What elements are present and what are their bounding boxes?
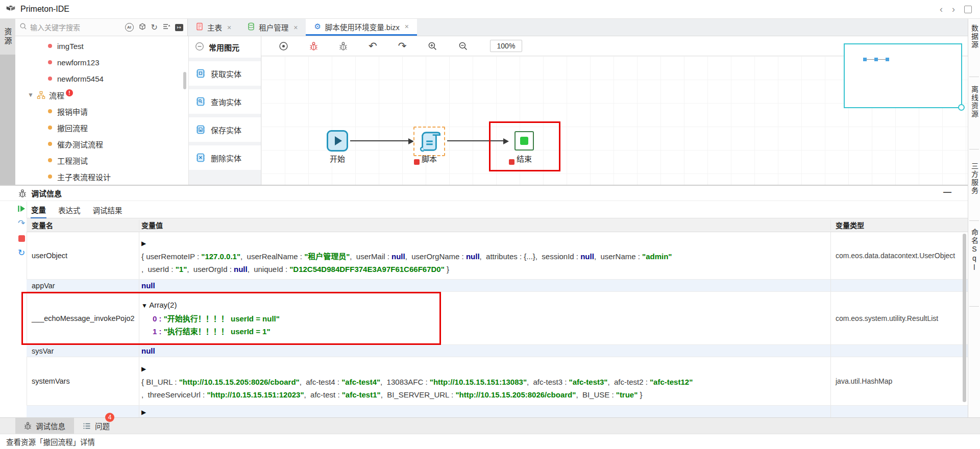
minimize-icon[interactable]: — [943,188,951,197]
tree-item[interactable]: newform123 [15,54,188,70]
restart-icon[interactable]: ↻ [17,248,26,257]
annotation-variable-row [21,292,441,345]
tree-scrollbar[interactable] [183,72,186,89]
tree-folder-process[interactable]: ▼ 流程 ! [15,87,188,103]
play-icon [335,136,342,145]
nav-back-icon[interactable]: ‹ [940,4,943,15]
tree-item-label: 催办测试流程 [57,139,103,149]
undo-icon[interactable]: ↶ [369,41,377,51]
minimap-node [863,58,867,61]
rail-divider [969,149,979,149]
zoom-out-icon[interactable] [458,41,468,51]
script-node-selection[interactable] [413,127,445,156]
table-row[interactable]: systemVars▶{ BI_URL : "http://10.15.15.2… [27,357,968,406]
tree-item[interactable]: imgTest [15,38,188,54]
close-icon[interactable]: × [405,22,409,31]
rail-tab-resources[interactable]: 资源 [0,19,15,55]
flow-connector[interactable] [350,140,412,141]
palette-item-get-entity[interactable]: 获取实体 [189,61,261,86]
tree-item[interactable]: 催办测试流程 [15,136,188,152]
database-icon [248,22,255,32]
zoom-in-icon[interactable] [428,41,437,51]
tab-expressions[interactable]: 表达式 [58,202,81,218]
process-dot-icon [48,174,52,179]
debug-panel-header: 调试信息 [0,186,968,201]
start-node[interactable] [327,130,348,152]
tab-debug-results[interactable]: 调试结果 [92,202,123,218]
collapse-icon[interactable] [195,42,204,53]
layout-icon[interactable] [964,6,972,13]
column-variable-name[interactable]: 变量名 [27,220,139,230]
zoom-level[interactable]: 100% [490,40,523,52]
minimap-resize-handle[interactable] [958,104,965,111]
close-icon[interactable]: × [293,23,298,32]
bottom-tab-debug[interactable]: 调试信息 [15,418,74,434]
rail-tab-named-sql[interactable]: 命名Sql [968,229,980,272]
rail-divider [969,220,979,221]
tab-tenant-management[interactable]: 租户管理 × [239,19,306,36]
tree-item[interactable]: 撤回流程 [15,119,188,136]
palette-item-label: 获取实体 [211,68,241,79]
palette-header[interactable]: 常用图元 [189,36,261,58]
stop-debug-icon[interactable] [17,234,26,243]
redo-icon[interactable]: ↷ [398,41,407,51]
search-bar: AI ↻ ↦ [15,19,188,36]
minimap-node [874,58,878,61]
form-dot-icon [48,77,52,81]
rail-tab-datasource[interactable]: 数据源 [968,24,980,49]
close-icon[interactable]: × [227,23,231,32]
bottom-tab-bar: 调试信息 问题 4 [0,417,980,434]
table-row[interactable]: appVarnull [27,280,968,292]
caret-down-icon[interactable]: ▼ [28,91,34,98]
palette-item-label: 保存实体 [211,124,241,135]
table-row[interactable]: ▶ [27,406,968,418]
palette-item-query-entity[interactable]: 查询实体 [189,89,261,114]
tree-item[interactable]: 主子表流程设计 [15,168,188,185]
refresh-icon[interactable]: ↻ [151,23,158,32]
rail-tab-offline-resources[interactable]: 离线资源 [968,86,980,118]
search-input[interactable] [30,23,125,32]
column-variable-type[interactable]: 变量类型 [831,220,968,230]
tree-item[interactable]: 工程测试 [15,152,188,168]
form-dot-icon [48,44,52,48]
primeton-ide-window: Primeton-IDE ‹ › 资源 AI ↻ ↦ [0,0,980,449]
process-dot-icon [48,126,52,130]
ai-assist-icon[interactable]: AI [125,23,134,32]
tab-variables[interactable]: 变量 [31,202,46,218]
tab-label: 租户管理 [259,22,288,33]
tree-item-label: 工程测试 [57,155,88,166]
step-over-icon[interactable]: ↷ [17,218,26,228]
minimap[interactable] [844,43,962,108]
table-row[interactable]: sysVarnull [27,345,968,357]
column-variable-value[interactable]: 变量值 [139,220,831,230]
process-dot-icon [48,142,52,146]
save-entity-icon [195,124,206,135]
document-tab-bar: 主表 × 租户管理 × ⚙ 脚本使用环境变量.bizx × [188,19,968,36]
debug-icon [24,421,32,430]
table-header: 变量名 变量值 变量类型 [27,218,968,232]
package-icon[interactable] [138,22,146,33]
export-icon[interactable]: ↦ [175,24,183,31]
tab-script-env-bizx[interactable]: ⚙ 脚本使用环境变量.bizx × [306,19,416,36]
bottom-tab-problems[interactable]: 问题 4 [74,418,118,434]
nav-forward-icon[interactable]: › [952,4,955,15]
debug-run-icon[interactable] [309,41,318,51]
table-row[interactable]: userObject▶{ userRemoteIP : "127.0.0.1",… [27,232,968,280]
process-dot-icon [48,109,52,113]
table-scrollbar[interactable] [963,234,966,402]
palette-item-delete-entity[interactable]: 删除实体 [189,145,261,170]
rail-divider [969,77,979,77]
tree-item-label: 流程 [49,90,64,101]
palette-item-save-entity[interactable]: 保存实体 [189,117,261,142]
locate-icon[interactable] [279,41,288,51]
sort-icon[interactable] [162,23,170,32]
tab-main-table[interactable]: 主表 × [188,19,239,36]
resume-icon[interactable] [17,204,26,213]
debug-icon [18,189,27,198]
tab-label: 脚本使用环境变量.bizx [325,21,400,32]
rail-tab-third-party-services[interactable]: 三方服务 [968,162,980,195]
minimap-line [867,59,874,60]
tree-item[interactable]: 报销申请 [15,103,188,119]
tree-item[interactable]: newform5454 [15,70,188,87]
debug-settings-icon[interactable] [339,41,348,51]
